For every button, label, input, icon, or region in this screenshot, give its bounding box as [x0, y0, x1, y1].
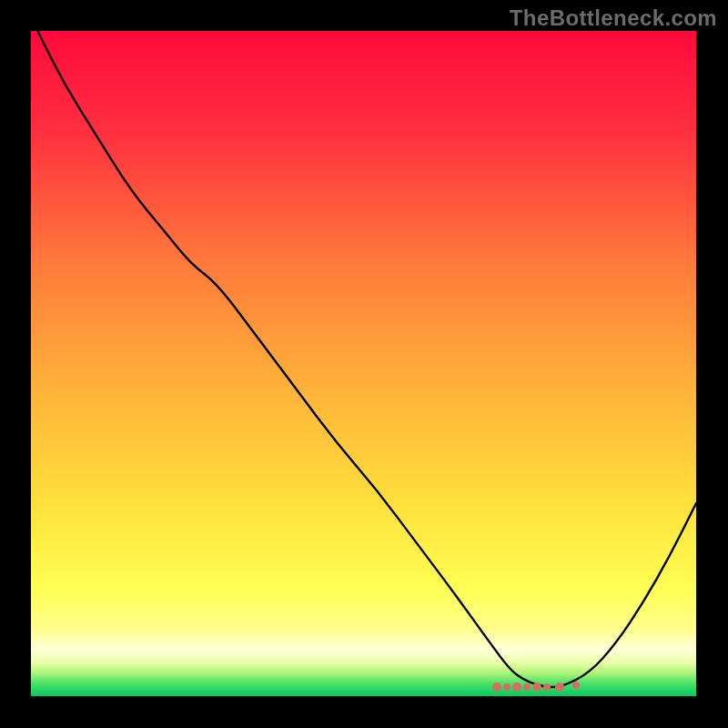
- attribution-label: TheBottleneck.com: [510, 5, 717, 31]
- valley-dot: [492, 682, 501, 692]
- valley-dot: [523, 683, 531, 691]
- plot-background: [31, 31, 696, 696]
- valley-dot: [532, 682, 541, 692]
- valley-dot: [503, 683, 511, 691]
- valley-dot: [512, 682, 521, 692]
- valley-dot: [555, 682, 564, 692]
- chart-stage: TheBottleneck.com: [0, 0, 728, 728]
- valley-dot: [572, 682, 580, 689]
- chart-svg: [0, 0, 728, 728]
- valley-dot: [543, 683, 551, 691]
